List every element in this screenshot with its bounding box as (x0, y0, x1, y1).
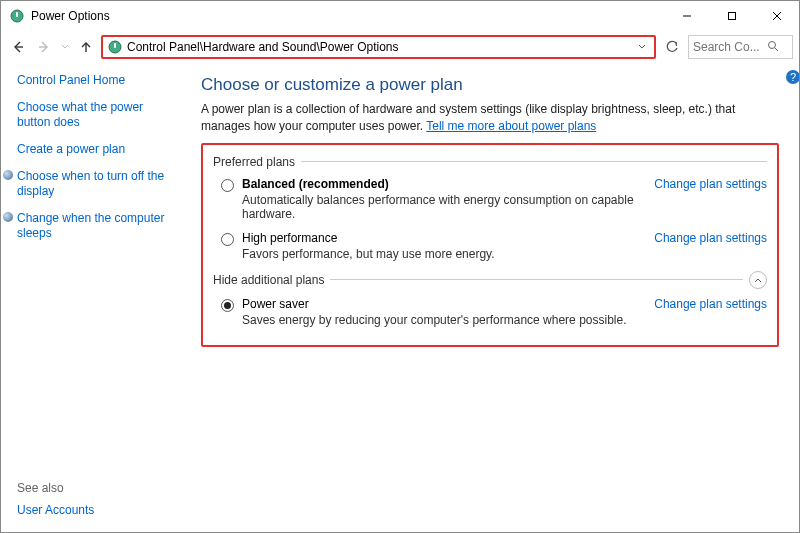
window-title: Power Options (31, 9, 664, 23)
address-path: Control Panel\Hardware and Sound\Power O… (127, 40, 634, 54)
page-title: Choose or customize a power plan (201, 75, 779, 95)
search-icon (767, 40, 779, 55)
plan-body: High performance Favors performance, but… (242, 231, 644, 261)
content-area: Control Panel Home Choose what the power… (1, 63, 799, 532)
sidebar-link-sleep[interactable]: Change when the computer sleeps (17, 211, 173, 241)
close-button[interactable] (754, 1, 799, 31)
plan-balanced: Balanced (recommended) Automatically bal… (213, 177, 767, 221)
group-label: Preferred plans (213, 155, 295, 169)
additional-plans-group: Hide additional plans Power saver Saves … (213, 271, 767, 327)
refresh-icon (665, 40, 679, 54)
see-also-user-accounts[interactable]: User Accounts (17, 503, 173, 518)
window-controls (664, 1, 799, 31)
back-button[interactable] (7, 36, 29, 58)
plan-radio-high-performance[interactable] (221, 233, 234, 246)
arrow-left-icon (11, 40, 25, 54)
app-icon (9, 8, 25, 24)
see-also-section: See also User Accounts (17, 481, 173, 522)
see-also-header: See also (17, 481, 173, 495)
plan-desc: Saves energy by reducing your computer's… (242, 313, 644, 327)
plan-title: Balanced (recommended) (242, 177, 644, 191)
arrow-right-icon (37, 40, 51, 54)
address-dropdown[interactable] (634, 43, 650, 51)
divider (301, 161, 767, 162)
collapse-button[interactable] (749, 271, 767, 289)
refresh-button[interactable] (660, 35, 684, 59)
search-box[interactable] (688, 35, 793, 59)
divider (330, 279, 743, 280)
recent-dropdown[interactable] (59, 36, 71, 58)
help-button[interactable]: ? (785, 69, 800, 85)
plan-body: Power saver Saves energy by reducing you… (242, 297, 644, 327)
shield-icon (3, 170, 13, 180)
svg-rect-10 (114, 43, 116, 48)
svg-rect-3 (728, 13, 735, 20)
plans-highlight: Preferred plans Balanced (recommended) A… (201, 143, 779, 347)
help-icon: ? (785, 69, 800, 85)
sidebar: Control Panel Home Choose what the power… (1, 63, 181, 532)
address-bar[interactable]: Control Panel\Hardware and Sound\Power O… (101, 35, 656, 59)
chevron-up-icon (754, 276, 762, 284)
main-panel: ? Choose or customize a power plan A pow… (181, 63, 799, 532)
chevron-down-icon (61, 43, 69, 51)
titlebar: Power Options (1, 1, 799, 31)
nav-row: Control Panel\Hardware and Sound\Power O… (1, 31, 799, 63)
up-button[interactable] (75, 36, 97, 58)
plan-title: High performance (242, 231, 644, 245)
additional-plans-header: Hide additional plans (213, 271, 767, 289)
search-input[interactable] (693, 40, 767, 54)
page-description: A power plan is a collection of hardware… (201, 101, 779, 135)
plan-power-saver: Power saver Saves energy by reducing you… (213, 297, 767, 327)
preferred-plans-group: Preferred plans Balanced (recommended) A… (213, 155, 767, 261)
sidebar-link-create-plan[interactable]: Create a power plan (17, 142, 173, 157)
address-icon (107, 39, 123, 55)
learn-more-link[interactable]: Tell me more about power plans (426, 119, 596, 133)
sidebar-link-home[interactable]: Control Panel Home (17, 73, 173, 88)
forward-button[interactable] (33, 36, 55, 58)
minimize-icon (682, 11, 692, 21)
change-plan-settings-link[interactable]: Change plan settings (654, 231, 767, 245)
plan-radio-balanced[interactable] (221, 179, 234, 192)
plan-high-performance: High performance Favors performance, but… (213, 231, 767, 261)
chevron-down-icon (638, 43, 646, 51)
sidebar-links: Control Panel Home Choose what the power… (17, 73, 173, 481)
plan-desc: Favors performance, but may use more ene… (242, 247, 644, 261)
plan-title: Power saver (242, 297, 644, 311)
svg-line-12 (775, 48, 778, 51)
plan-body: Balanced (recommended) Automatically bal… (242, 177, 644, 221)
svg-point-11 (769, 41, 776, 48)
plan-radio-power-saver[interactable] (221, 299, 234, 312)
plan-desc: Automatically balances performance with … (242, 193, 644, 221)
group-label: Hide additional plans (213, 273, 324, 287)
sidebar-item-label: Change when the computer sleeps (17, 211, 164, 240)
arrow-up-icon (79, 40, 93, 54)
sidebar-item-label: Choose when to turn off the display (17, 169, 164, 198)
svg-text:?: ? (790, 71, 796, 83)
preferred-plans-header: Preferred plans (213, 155, 767, 169)
minimize-button[interactable] (664, 1, 709, 31)
sidebar-link-power-button[interactable]: Choose what the power button does (17, 100, 173, 130)
change-plan-settings-link[interactable]: Change plan settings (654, 177, 767, 191)
sidebar-link-display-off[interactable]: Choose when to turn off the display (17, 169, 173, 199)
svg-rect-1 (16, 12, 18, 17)
maximize-button[interactable] (709, 1, 754, 31)
change-plan-settings-link[interactable]: Change plan settings (654, 297, 767, 311)
close-icon (772, 11, 782, 21)
shield-icon (3, 212, 13, 222)
maximize-icon (727, 11, 737, 21)
